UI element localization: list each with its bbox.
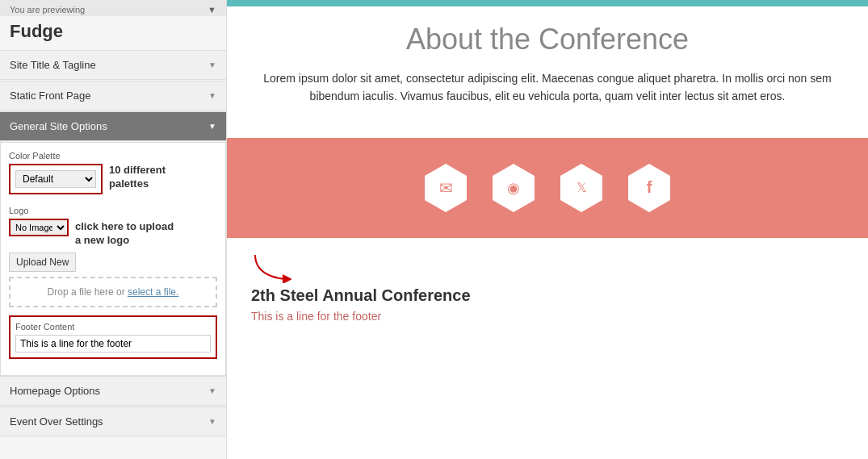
left-panel: You are previewing ▼ Fudge Site Title & … — [0, 0, 227, 459]
previewing-label: You are previewing — [10, 5, 85, 15]
conference-title: About the Conference — [251, 23, 844, 56]
chevron-down-icon: ▼ — [208, 386, 216, 395]
right-panel: About the Conference Lorem ipsum dolor s… — [227, 0, 868, 459]
twitter-hex-icon[interactable]: 𝕏 — [556, 162, 607, 214]
nav-homepage-options[interactable]: Homepage Options ▼ — [0, 376, 226, 406]
teal-top-bar — [227, 0, 868, 6]
upload-new-button[interactable]: Upload New — [9, 252, 76, 272]
footer-line-text: This is a line for the footer — [251, 310, 471, 323]
previewing-dropdown-icon[interactable]: ▼ — [208, 5, 216, 15]
color-palette-group: Color Palette Default Palette 1 Palette … — [9, 151, 217, 198]
footer-conference-title: 2th Steel Annual Conference — [251, 286, 471, 305]
footer-content-group: Footer Content — [9, 315, 217, 359]
nav-general-site-options-label: General Site Options — [10, 120, 107, 132]
logo-select[interactable]: No Image — [10, 220, 67, 235]
arrow-annotation-icon — [251, 251, 291, 283]
footer-content-label: Footer Content — [15, 322, 211, 332]
footer-section: 2th Steel Annual Conference This is a li… — [227, 238, 868, 336]
facebook-hex-icon[interactable]: f — [623, 162, 675, 214]
chevron-down-icon: ▼ — [208, 122, 216, 131]
color-palette-label: Color Palette — [9, 151, 217, 161]
nav-general-site-options[interactable]: General Site Options ▼ — [0, 111, 226, 141]
facebook-icon: f — [647, 178, 652, 197]
chevron-down-icon: ▼ — [208, 417, 216, 426]
color-palette-annotation: 10 different palettes — [109, 164, 190, 191]
rss-hex-icon[interactable]: ◉ — [488, 162, 539, 214]
email-hex-icon[interactable]: ✉ — [420, 162, 472, 214]
nav-site-title-label: Site Title & Tagline — [10, 59, 96, 71]
nav-static-front-page-label: Static Front Page — [10, 90, 90, 102]
content-area: About the Conference Lorem ipsum dolor s… — [227, 6, 868, 122]
conference-body: Lorem ipsum dolor sit amet, consectetur … — [251, 69, 844, 106]
chevron-down-icon: ▼ — [208, 61, 216, 69]
drop-text: Drop a file here or — [48, 286, 125, 298]
nav-homepage-options-label: Homepage Options — [10, 385, 100, 397]
select-file-link[interactable]: select a file. — [128, 286, 178, 298]
logo-select-highlight: No Image — [9, 219, 69, 236]
nav-static-front-page[interactable]: Static Front Page ▼ — [0, 81, 226, 111]
drop-zone[interactable]: Drop a file here or select a file. — [9, 277, 217, 307]
nav-event-over-settings[interactable]: Event Over Settings ▼ — [0, 407, 226, 436]
logo-annotation: click here to uploada new logo — [75, 220, 174, 248]
nav-event-over-settings-label: Event Over Settings — [10, 415, 103, 428]
nav-site-title[interactable]: Site Title & Tagline ▼ — [0, 50, 226, 80]
previewing-bar: You are previewing ▼ — [0, 0, 226, 16]
color-palette-highlight: Default Palette 1 Palette 2 Palette 3 — [9, 164, 103, 194]
rss-icon: ◉ — [507, 179, 520, 197]
twitter-icon: 𝕏 — [577, 180, 587, 195]
social-banner: ✉ ◉ 𝕏 f — [227, 138, 868, 238]
logo-group: Logo No Image click here to uploada new … — [9, 206, 217, 307]
general-site-options-section: Color Palette Default Palette 1 Palette … — [0, 142, 226, 376]
email-icon: ✉ — [439, 178, 453, 198]
theme-name: Fudge — [0, 16, 226, 50]
color-palette-select[interactable]: Default Palette 1 Palette 2 Palette 3 — [15, 170, 96, 188]
chevron-down-icon: ▼ — [208, 91, 216, 100]
logo-label: Logo — [9, 206, 217, 215]
footer-content-input[interactable] — [15, 335, 211, 353]
